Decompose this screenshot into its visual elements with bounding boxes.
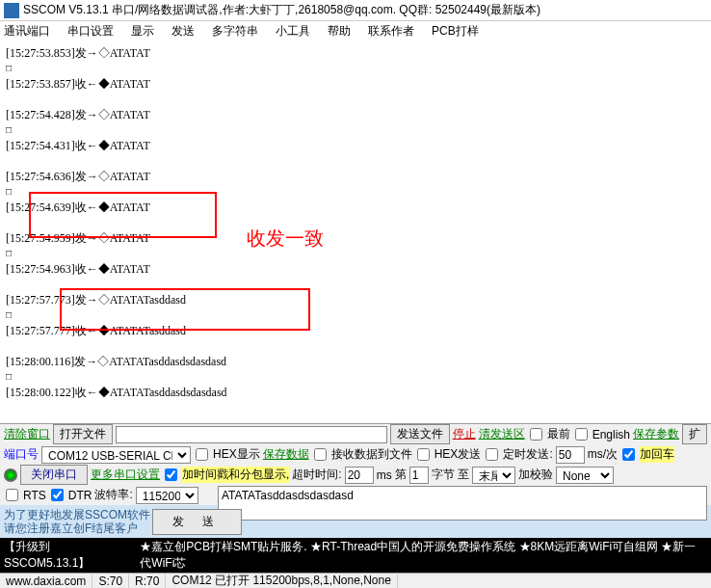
log-line: [15:27:53.853]发→◇ATATAT bbox=[6, 45, 705, 61]
log-area[interactable]: 收发一致 [15:27:53.853]发→◇ATATAT□[15:27:53.8… bbox=[0, 41, 711, 435]
log-line: □ bbox=[6, 369, 705, 385]
port-label: 端口号 bbox=[4, 446, 39, 463]
more-settings-link[interactable]: 更多串口设置 bbox=[91, 467, 160, 483]
ms-per-label: ms/次 bbox=[588, 446, 618, 463]
menu-pcb[interactable]: PCB打样 bbox=[432, 23, 479, 40]
checksum-select[interactable]: None bbox=[556, 467, 614, 484]
log-line: □ bbox=[6, 307, 705, 323]
front-label: 最前 bbox=[547, 426, 570, 442]
log-line: □ bbox=[6, 184, 705, 200]
baud-select[interactable]: 115200 bbox=[136, 487, 198, 504]
addcr-label: 加回车 bbox=[640, 446, 674, 463]
log-line bbox=[6, 338, 705, 354]
log-line: □ bbox=[6, 122, 705, 138]
status-recv: R:70 bbox=[129, 575, 166, 588]
no1-label: 第 bbox=[395, 467, 407, 483]
hex-send-checkbox[interactable] bbox=[417, 448, 430, 461]
title-bar: SSCOM V5.13.1 串口/网络数据调试器,作者:大虾丁丁,2618058… bbox=[0, 0, 711, 21]
clear-window-link[interactable]: 清除窗口 bbox=[4, 426, 50, 442]
log-line bbox=[6, 215, 705, 230]
rts-checkbox[interactable] bbox=[6, 489, 18, 501]
addcr-checkbox[interactable] bbox=[622, 448, 635, 461]
byte-start-input[interactable] bbox=[409, 467, 429, 484]
rts-label: RTS bbox=[23, 489, 46, 502]
menu-serial[interactable]: 串口设置 bbox=[67, 23, 114, 40]
log-line: [15:27:54.636]发→◇ATATAT bbox=[6, 169, 705, 184]
send-file-button[interactable]: 发送文件 bbox=[390, 424, 450, 444]
menu-help[interactable]: 帮助 bbox=[328, 23, 351, 40]
dtr-checkbox[interactable] bbox=[51, 489, 64, 501]
menu-send[interactable]: 发送 bbox=[171, 23, 195, 40]
front-checkbox[interactable] bbox=[530, 428, 542, 441]
recv-file-label: 接收数据到文件 bbox=[331, 446, 412, 463]
log-line bbox=[6, 92, 705, 107]
log-line: [15:27:57.777]收←◆ATATATasddasd bbox=[6, 323, 705, 338]
send-data-input[interactable]: ATATATasddasdsdasdasd bbox=[218, 486, 707, 521]
english-label: English bbox=[592, 428, 630, 441]
status-url: www.daxia.com bbox=[0, 575, 92, 588]
log-line: [15:27:54.428]发→◇ATATAT bbox=[6, 107, 705, 122]
ad-text: ★嘉立创PCB打样SMT贴片服务. ★RT-Thread中国人的开源免费操作系统… bbox=[140, 539, 707, 572]
timestamp-checkbox[interactable] bbox=[165, 468, 177, 481]
timed-send-checkbox[interactable] bbox=[486, 448, 498, 461]
timeout-input[interactable] bbox=[345, 467, 374, 484]
byte-label: 字节 至 bbox=[432, 467, 469, 483]
app-icon bbox=[4, 3, 19, 18]
log-line: [15:28:00.116]发→◇ATATATasddasdsdasdasd bbox=[6, 354, 705, 369]
status-info: COM12 已打开 115200bps,8,1,None,None bbox=[166, 573, 397, 588]
recv-file-checkbox[interactable] bbox=[314, 448, 327, 461]
ext-button[interactable]: 扩 bbox=[682, 424, 707, 444]
upgrade-link[interactable]: 【升级到SSCOM5.13.1】 bbox=[4, 539, 128, 572]
chk-label: 加校验 bbox=[518, 467, 553, 483]
log-line: [15:28:00.122]收←◆ATATATasddasdsdasdasd bbox=[6, 385, 705, 400]
hex-show-label: HEX显示 bbox=[213, 446, 260, 463]
stop-link[interactable]: 停止 bbox=[453, 426, 476, 442]
log-line: [15:27:54.959]发→◇ATATAT bbox=[6, 230, 705, 246]
ad-bar: 【升级到SSCOM5.13.1】 ★嘉立创PCB打样SMT贴片服务. ★RT-T… bbox=[0, 538, 711, 573]
hex-send-label: HEX发送 bbox=[434, 446, 482, 463]
english-checkbox[interactable] bbox=[575, 428, 588, 441]
menu-port[interactable]: 通讯端口 bbox=[4, 23, 50, 40]
log-line: [15:27:54.431]收←◆ATATAT bbox=[6, 138, 705, 153]
close-port-button[interactable]: 关闭串口 bbox=[20, 465, 88, 485]
status-led bbox=[4, 468, 17, 482]
menu-bar: 通讯端口 串口设置 显示 发送 多字符串 小工具 帮助 联系作者 PCB打样 bbox=[0, 21, 711, 41]
status-sent: S:70 bbox=[92, 575, 129, 588]
timeout-label: 超时时间: bbox=[292, 467, 341, 483]
port-select[interactable]: COM12 USB-SERIAL CH340 bbox=[41, 446, 191, 464]
ms-label: ms bbox=[377, 468, 392, 482]
save-data-link[interactable]: 保存数据 bbox=[263, 446, 309, 463]
annotation-text: 收发一致 bbox=[247, 230, 324, 246]
timed-ms-input[interactable] bbox=[556, 446, 585, 464]
log-line: [15:27:54.963]收←◆ATATAT bbox=[6, 261, 705, 277]
log-line: □ bbox=[6, 246, 705, 261]
file-path-input[interactable] bbox=[116, 426, 387, 443]
log-line: [15:27:57.773]发→◇ATATATasddasd bbox=[6, 292, 705, 307]
control-panel: 清除窗口 打开文件 发送文件 停止 清发送区 最前 English 保存参数 扩… bbox=[0, 423, 711, 573]
menu-contact[interactable]: 联系作者 bbox=[368, 23, 414, 40]
clear-send-link[interactable]: 清发送区 bbox=[479, 426, 525, 442]
window-title: SSCOM V5.13.1 串口/网络数据调试器,作者:大虾丁丁,2618058… bbox=[23, 2, 540, 18]
send-button[interactable]: 发 送 bbox=[152, 509, 242, 535]
log-line: [15:27:54.639]收←◆ATATAT bbox=[6, 200, 705, 215]
baud-label: 波特率: bbox=[94, 487, 132, 503]
timed-send-label: 定时发送: bbox=[503, 446, 552, 463]
menu-tools[interactable]: 小工具 bbox=[276, 23, 310, 40]
log-line: □ bbox=[6, 61, 705, 76]
promo-text: 为了更好地发展SSCOM软件 请您注册嘉立创F结尾客户 bbox=[4, 508, 150, 535]
timestamp-label: 加时间戳和分包显示, bbox=[182, 467, 289, 483]
hex-show-checkbox[interactable] bbox=[196, 448, 208, 461]
end-select[interactable]: 末尾 bbox=[472, 467, 515, 484]
save-param-link[interactable]: 保存参数 bbox=[633, 426, 679, 442]
status-bar: www.daxia.com S:70 R:70 COM12 已打开 115200… bbox=[0, 573, 711, 588]
log-line bbox=[6, 277, 705, 292]
menu-multistr[interactable]: 多字符串 bbox=[212, 23, 258, 40]
log-line: [15:27:53.857]收←◆ATATAT bbox=[6, 76, 705, 92]
log-line bbox=[6, 153, 705, 169]
dtr-label: DTR bbox=[68, 489, 92, 502]
menu-display[interactable]: 显示 bbox=[131, 23, 154, 40]
open-file-button[interactable]: 打开文件 bbox=[53, 424, 113, 444]
